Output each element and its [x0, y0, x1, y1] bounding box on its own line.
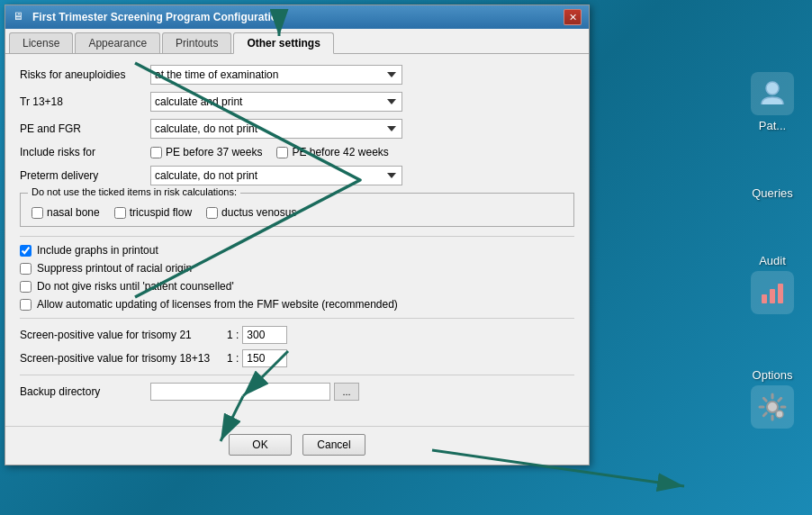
svg-line-12 — [763, 413, 766, 416]
include-graphs-row: Include graphs in printout — [20, 244, 574, 257]
patient-label: Pat... — [759, 119, 786, 132]
tr1318-row: Tr 13+18 calculate and print calculate, … — [20, 92, 574, 112]
bottom-buttons: OK Cancel — [5, 426, 589, 465]
tricuspid-flow-checkbox[interactable] — [114, 207, 126, 219]
allow-auto-update-checkbox[interactable] — [20, 299, 32, 311]
include-risks-label: Include risks for — [20, 146, 150, 158]
risks-aneuploidies-row: Risks for aneuploidies at the time of ex… — [20, 65, 574, 85]
tab-appearance[interactable]: Appearance — [75, 32, 160, 53]
window-icon: 🖥 — [13, 10, 27, 24]
desktop-icon-queries[interactable]: Queries — [752, 186, 793, 200]
nasal-bone-label: nasal bone — [32, 206, 100, 219]
svg-point-0 — [766, 82, 779, 95]
risks-aneuploidies-label: Risks for aneuploidies — [20, 68, 150, 81]
backup-directory-label: Backup directory — [20, 385, 150, 398]
content-area: Risks for aneuploidies at the time of ex… — [5, 54, 589, 419]
tr1318-label: Tr 13+18 — [20, 95, 150, 108]
backup-directory-input[interactable] — [150, 383, 330, 401]
desktop-icons: Pat... Queries Audit Options — [751, 72, 794, 429]
screen-pos-t21-label: Screen-positive value for trisomy 21 — [20, 329, 227, 341]
screen-pos-t21-ratio: 1 : — [227, 329, 239, 341]
title-bar: 🖥 First Trimester Screening Program Conf… — [5, 5, 589, 29]
groupbox-title: Do not use the ticked items in risk calc… — [28, 186, 240, 197]
pe-fgr-row: PE and FGR calculate and print calculate… — [20, 119, 574, 139]
backup-directory-row: Backup directory ... — [20, 383, 574, 401]
separator-3 — [20, 375, 574, 375]
queries-label: Queries — [752, 186, 793, 200]
tr1318-wrapper: calculate and print calculate, do not pr… — [150, 92, 574, 112]
no-risks-checkbox[interactable] — [20, 281, 32, 293]
preterm-wrapper: calculate and print calculate, do not pr… — [150, 166, 574, 185]
pe-42-label: PE before 42 weeks — [276, 146, 388, 158]
pe-37-label: PE before 37 weeks — [150, 146, 262, 158]
pe-37-checkbox[interactable] — [150, 147, 162, 158]
svg-rect-2 — [770, 289, 775, 303]
svg-line-11 — [779, 398, 781, 401]
title-bar-buttons: ✕ — [564, 9, 582, 25]
risks-checkboxes: PE before 37 weeks PE before 42 weeks — [150, 146, 389, 158]
desktop-icon-audit[interactable]: Audit — [751, 254, 794, 314]
cancel-button[interactable]: Cancel — [302, 434, 365, 456]
separator-2 — [20, 318, 574, 319]
suppress-racial-row: Suppress printout of racial origin — [20, 262, 574, 275]
separator-1 — [20, 236, 574, 237]
allow-auto-update-checkbox-label: Allow automatic updating of licenses fro… — [37, 298, 398, 311]
ductus-venosus-checkbox[interactable] — [206, 207, 218, 219]
nasal-bone-checkbox[interactable] — [32, 207, 43, 219]
screen-pos-t1813-row: Screen-positive value for trisomy 18+13 … — [20, 349, 574, 367]
close-button[interactable]: ✕ — [564, 9, 582, 25]
preterm-row: Preterm delivery calculate and print cal… — [20, 166, 574, 185]
pe-fgr-wrapper: calculate and print calculate, do not pr… — [150, 119, 574, 139]
no-risks-checkbox-label: Do not give risks until 'patient counsel… — [37, 280, 234, 293]
preterm-dropdown[interactable]: calculate and print calculate, do not pr… — [150, 166, 402, 185]
pe-42-checkbox[interactable] — [276, 147, 288, 158]
no-risks-row: Do not give risks until 'patient counsel… — [20, 280, 574, 293]
risk-exclusions-groupbox: Do not use the ticked items in risk calc… — [20, 193, 574, 227]
svg-point-13 — [776, 411, 783, 418]
svg-line-9 — [763, 398, 766, 401]
screen-pos-t1813-label: Screen-positive value for trisomy 18+13 — [20, 352, 227, 365]
screen-pos-t1813-input[interactable] — [242, 349, 287, 367]
patient-icon — [751, 72, 794, 115]
config-window: 🖥 First Trimester Screening Program Conf… — [5, 5, 590, 465]
risks-aneuploidies-dropdown[interactable]: at the time of examination at term at bi… — [150, 65, 402, 85]
tab-printouts[interactable]: Printouts — [162, 32, 231, 53]
groupbox-content: nasal bone tricuspid flow ductus venosus — [32, 206, 563, 219]
backup-browse-button[interactable]: ... — [334, 383, 359, 401]
svg-point-4 — [767, 402, 778, 412]
audit-icon — [751, 271, 794, 314]
preterm-label: Preterm delivery — [20, 169, 150, 182]
screen-pos-t1813-ratio: 1 : — [227, 352, 239, 365]
screen-pos-t21-row: Screen-positive value for trisomy 21 1 : — [20, 326, 574, 344]
pe-fgr-label: PE and FGR — [20, 122, 150, 135]
pe-fgr-dropdown[interactable]: calculate and print calculate, do not pr… — [150, 119, 402, 139]
desktop-icon-options[interactable]: Options — [751, 368, 794, 429]
include-graphs-checkbox-label: Include graphs in printout — [37, 244, 158, 257]
screen-pos-t21-input[interactable] — [242, 326, 287, 344]
desktop-icon-patient[interactable]: Pat... — [751, 72, 794, 132]
include-graphs-checkbox[interactable] — [20, 245, 32, 257]
suppress-racial-checkbox-label: Suppress printout of racial origin — [37, 262, 192, 275]
svg-rect-3 — [778, 284, 783, 303]
tricuspid-flow-label: tricuspid flow — [114, 206, 192, 219]
ductus-venosus-label: ductus venosus — [206, 206, 296, 219]
include-risks-row: Include risks for PE before 37 weeks PE … — [20, 146, 574, 158]
risks-aneuploidies-wrapper: at the time of examination at term at bi… — [150, 65, 574, 85]
tr1318-dropdown[interactable]: calculate and print calculate, do not pr… — [150, 92, 402, 112]
suppress-racial-checkbox[interactable] — [20, 263, 32, 275]
tab-license[interactable]: License — [9, 32, 73, 53]
tab-bar: License Appearance Printouts Other setti… — [5, 29, 589, 54]
allow-auto-update-row: Allow automatic updating of licenses fro… — [20, 298, 574, 311]
ok-button[interactable]: OK — [229, 434, 292, 456]
options-icon — [751, 385, 794, 429]
svg-rect-1 — [762, 294, 767, 303]
tab-other-settings[interactable]: Other settings — [233, 32, 333, 54]
window-title: First Trimester Screening Program Config… — [32, 11, 564, 23]
audit-label: Audit — [759, 254, 786, 267]
options-label: Options — [753, 368, 793, 382]
